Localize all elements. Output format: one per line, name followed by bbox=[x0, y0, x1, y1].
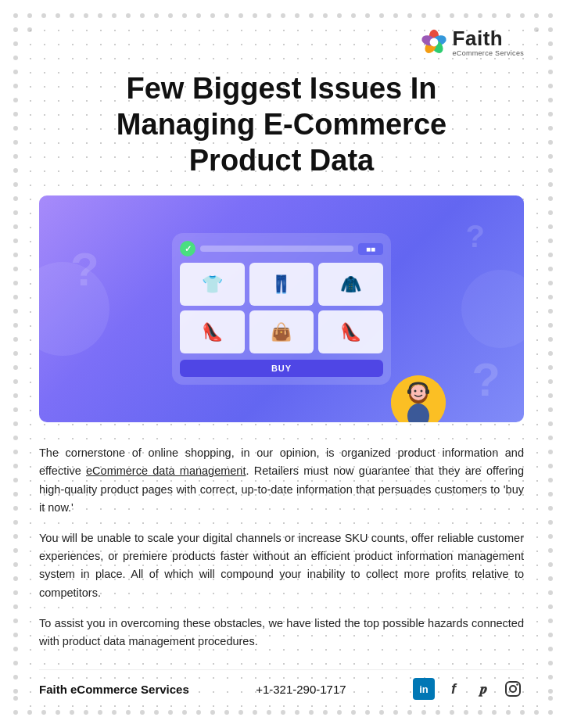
svg-point-160 bbox=[548, 464, 553, 468]
svg-point-136 bbox=[548, 126, 553, 131]
svg-point-139 bbox=[548, 168, 553, 173]
avatar-illustration bbox=[391, 375, 446, 422]
svg-point-156 bbox=[548, 407, 553, 412]
svg-point-138 bbox=[548, 154, 553, 159]
svg-point-150 bbox=[548, 323, 553, 328]
svg-point-169 bbox=[548, 590, 553, 595]
svg-point-130 bbox=[548, 41, 553, 46]
social-links: in f 𝒑 bbox=[413, 678, 524, 700]
logo-sub-label: eCommerce Services bbox=[453, 50, 524, 58]
svg-point-41 bbox=[548, 27, 553, 32]
product-item-3: 🧥 bbox=[318, 263, 383, 306]
footer: Faith eCommerce Services +1-321-290-1717… bbox=[39, 669, 524, 700]
svg-point-135 bbox=[548, 112, 553, 117]
svg-point-164 bbox=[548, 520, 553, 525]
hero-mockup: ✓ ■■ 👕 👖 🧥 👠 bbox=[172, 233, 391, 385]
svg-point-155 bbox=[548, 393, 553, 398]
svg-rect-190 bbox=[407, 389, 411, 394]
svg-point-148 bbox=[548, 295, 553, 299]
mockup-check-icon: ✓ bbox=[180, 241, 195, 256]
svg-point-194 bbox=[516, 683, 518, 685]
svg-point-146 bbox=[548, 267, 553, 271]
svg-rect-191 bbox=[425, 389, 429, 394]
svg-point-140 bbox=[548, 182, 553, 187]
svg-point-145 bbox=[548, 253, 553, 257]
svg-point-143 bbox=[548, 224, 553, 229]
page: Faith eCommerce Services Few Biggest Iss… bbox=[0, 0, 563, 728]
hero-decoration-right bbox=[461, 270, 524, 348]
mockup-header: ✓ ■■ bbox=[180, 241, 383, 256]
logo-brand-name: Faith bbox=[453, 27, 524, 50]
hero-avatar bbox=[391, 375, 446, 422]
svg-point-131 bbox=[548, 56, 553, 60]
product-item-2: 👖 bbox=[249, 263, 314, 306]
product-item-1: 👕 bbox=[180, 263, 245, 306]
svg-point-154 bbox=[548, 379, 553, 384]
svg-point-162 bbox=[548, 492, 553, 497]
svg-point-38 bbox=[548, 13, 553, 18]
page-title: Few Biggest Issues In Managing E-Commerc… bbox=[39, 71, 524, 178]
svg-point-189 bbox=[421, 390, 423, 393]
svg-point-132 bbox=[548, 70, 553, 74]
svg-point-187 bbox=[411, 385, 426, 400]
svg-point-165 bbox=[548, 534, 553, 539]
svg-point-137 bbox=[548, 140, 553, 145]
svg-point-171 bbox=[548, 619, 553, 623]
hero-qmark-1: ? bbox=[70, 242, 99, 296]
linkedin-icon[interactable]: in bbox=[413, 678, 435, 700]
facebook-icon[interactable]: f bbox=[443, 678, 464, 700]
svg-point-177 bbox=[548, 696, 553, 701]
svg-point-193 bbox=[510, 686, 516, 692]
logo-text: Faith eCommerce Services bbox=[453, 27, 524, 57]
svg-point-142 bbox=[548, 210, 553, 215]
mockup-buy-button[interactable]: BUY bbox=[180, 360, 383, 377]
instagram-icon[interactable] bbox=[502, 678, 524, 700]
product-icon-4: 👠 bbox=[202, 322, 223, 342]
hero-image: ? ? ? ✓ ■■ 👕 👖 🧥 bbox=[39, 195, 524, 422]
svg-point-81 bbox=[548, 710, 553, 715]
svg-point-183 bbox=[429, 38, 438, 47]
mockup-header-button: ■■ bbox=[358, 243, 383, 255]
svg-point-163 bbox=[548, 506, 553, 511]
svg-point-172 bbox=[548, 633, 553, 637]
product-icon-6: 👠 bbox=[340, 322, 361, 342]
pinterest-icon[interactable]: 𝒑 bbox=[472, 678, 494, 700]
svg-point-151 bbox=[548, 337, 553, 342]
hero-qmark-2: ? bbox=[472, 353, 500, 407]
svg-point-176 bbox=[548, 689, 553, 694]
svg-point-175 bbox=[548, 675, 553, 680]
svg-point-170 bbox=[548, 604, 553, 609]
product-icon-2: 👖 bbox=[271, 274, 292, 295]
footer-phone[interactable]: +1-321-290-1717 bbox=[256, 683, 346, 696]
hero-qmark-3: ? bbox=[466, 219, 485, 254]
svg-point-133 bbox=[548, 84, 553, 88]
svg-point-174 bbox=[548, 661, 553, 665]
svg-point-161 bbox=[548, 478, 553, 482]
svg-point-157 bbox=[548, 421, 553, 426]
ecommerce-link[interactable]: eCommerce data management bbox=[86, 464, 246, 477]
product-icon-5: 👜 bbox=[271, 322, 292, 342]
svg-point-134 bbox=[548, 98, 553, 102]
article-body: The cornerstone of online shopping, in o… bbox=[39, 444, 524, 651]
svg-point-152 bbox=[548, 351, 553, 356]
product-icon-1: 👕 bbox=[202, 274, 223, 295]
svg-point-167 bbox=[548, 562, 553, 567]
product-item-4: 👠 bbox=[180, 310, 245, 353]
svg-point-147 bbox=[548, 281, 553, 285]
svg-point-144 bbox=[548, 238, 553, 243]
svg-point-149 bbox=[548, 309, 553, 314]
product-item-5: 👜 bbox=[249, 310, 314, 353]
svg-point-168 bbox=[548, 576, 553, 581]
mockup-search-bar bbox=[200, 246, 353, 252]
svg-point-141 bbox=[548, 196, 553, 201]
mockup-product-grid: 👕 👖 🧥 👠 👜 👠 bbox=[180, 263, 383, 353]
svg-point-158 bbox=[548, 436, 553, 440]
svg-point-173 bbox=[548, 647, 553, 651]
svg-point-188 bbox=[414, 390, 417, 393]
logo: Faith eCommerce Services bbox=[420, 27, 524, 57]
main-content: Faith eCommerce Services Few Biggest Iss… bbox=[16, 16, 547, 715]
logo-area: Faith eCommerce Services bbox=[39, 23, 524, 57]
svg-point-166 bbox=[548, 548, 553, 553]
footer-brand-name: Faith eCommerce Services bbox=[39, 683, 189, 696]
paragraph-1: The cornerstone of online shopping, in o… bbox=[39, 444, 524, 517]
